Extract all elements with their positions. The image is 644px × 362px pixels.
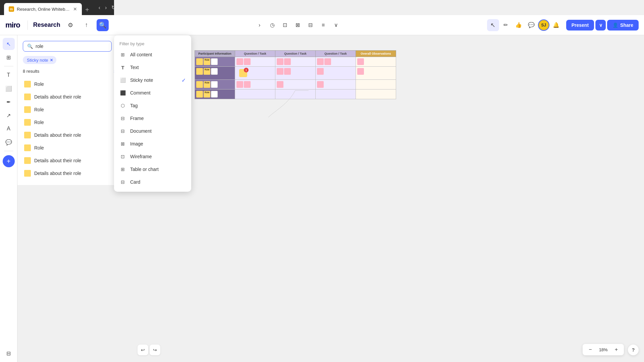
sticky-p2-3 — [211, 68, 218, 75]
sticky-q2-2 — [284, 58, 291, 65]
filter-option-table[interactable]: ⊞ Table or chart — [114, 163, 191, 176]
sidebar-separator-1 — [4, 66, 13, 66]
filter-option-text[interactable]: T Text — [114, 61, 191, 74]
settings-button[interactable]: ⚙ — [64, 19, 76, 31]
filter-option-tag[interactable]: ⬡ Tag — [114, 99, 191, 112]
text-filter-icon: T — [119, 64, 126, 71]
forward-button[interactable]: › — [104, 3, 108, 12]
tab-close-btn[interactable]: ✕ — [73, 6, 77, 12]
result-sticky-icon-1 — [24, 81, 31, 87]
remove-filter-button[interactable]: × — [50, 57, 53, 63]
filter-option-sticky[interactable]: ⬜ Sticky note ✓ — [114, 74, 191, 86]
filter-option-frame[interactable]: ⊟ Frame — [114, 112, 191, 125]
comment-filter-label: Comment — [130, 90, 151, 96]
frame-tool-button[interactable]: ⊡ — [279, 19, 291, 31]
search-magnifier-icon: 🔍 — [27, 44, 33, 49]
result-item-5[interactable]: Details about their role — [23, 129, 126, 141]
grid-tool-button[interactable]: ⊞ — [3, 51, 15, 63]
timer-button[interactable]: ◷ — [266, 19, 278, 31]
result-item-6[interactable]: Role — [23, 141, 126, 154]
sticky-filter-icon: ⬜ — [119, 77, 126, 83]
expand-toolbar-button[interactable]: › — [254, 19, 266, 31]
q2-cell-2 — [275, 67, 316, 80]
all-content-icon: ⊞ — [119, 51, 126, 58]
tab-favicon: m — [9, 6, 14, 12]
result-item-7[interactable]: Details about their role — [23, 154, 126, 167]
select-tool-button[interactable]: ↖ — [3, 38, 15, 50]
document-filter-icon: ⊟ — [119, 128, 126, 134]
filter-option-card[interactable]: ⊟ Card — [114, 176, 191, 188]
arrow-tool-button[interactable]: ↗ — [3, 109, 15, 121]
results-header: 8 results Select — [23, 69, 126, 74]
share-button[interactable]: 👤 Share — [607, 20, 639, 31]
zoom-in-button[interactable]: + — [613, 346, 620, 353]
filter-option-wireframe[interactable]: ⊡ Wireframe — [114, 150, 191, 163]
frame-filter-icon: ⊟ — [119, 115, 126, 122]
card-button[interactable]: ⊟ — [305, 19, 317, 31]
new-tab-button[interactable]: + — [83, 5, 92, 15]
left-panel-button[interactable]: ⊟ — [3, 347, 15, 359]
reaction-button[interactable]: 👍 — [513, 19, 525, 31]
filter-option-all[interactable]: ⊞ All content — [114, 48, 191, 61]
sticky-q1-2 — [244, 58, 251, 65]
pen-tool-button[interactable]: ✏ — [500, 19, 512, 31]
sticky-note-tool-button[interactable]: ⬜ — [3, 82, 15, 95]
help-button[interactable]: ? — [628, 345, 639, 355]
sticky-q1-row3-2 — [244, 81, 251, 88]
sticky-p2-1 — [196, 68, 203, 75]
result-label-7: Details about their role — [34, 158, 81, 163]
sticky-obs-row2 — [357, 68, 364, 75]
board-canvas[interactable]: Participant Information Question / Task … — [114, 0, 644, 362]
pen-draw-tool-button[interactable]: ✒ — [3, 96, 15, 108]
notification-button[interactable]: 🔔 — [550, 19, 562, 31]
result-item-3[interactable]: Role — [23, 103, 126, 116]
board-name[interactable]: Research — [33, 21, 60, 28]
present-dropdown-button[interactable]: ∨ — [595, 20, 606, 31]
text-tool-button[interactable]: T — [3, 69, 15, 81]
sticky-note-filter-chip[interactable]: Sticky note × — [23, 56, 56, 64]
search-button[interactable]: 🔍 — [97, 19, 109, 31]
filter-option-image[interactable]: ⊠ Image — [114, 137, 191, 150]
more-tools-button[interactable]: ∨ — [330, 19, 342, 31]
comment-panel-button[interactable]: 💬 — [3, 136, 15, 148]
user-avatar[interactable]: SJ — [538, 19, 549, 31]
table-filter-icon: ⊞ — [119, 166, 126, 173]
present-share-group: Present ∨ 👤 Share — [566, 20, 639, 31]
q1-cell-4 — [235, 89, 275, 99]
share-export-button[interactable]: ↑ — [80, 19, 93, 31]
filter-option-document[interactable]: ⊟ Document — [114, 125, 191, 137]
result-item-8[interactable]: Details about their role — [23, 167, 126, 180]
result-label-4: Role — [34, 120, 44, 125]
q1-cell-1 — [235, 57, 275, 67]
cursor-mode-button[interactable]: ↖ — [487, 19, 499, 31]
result-item-1[interactable]: Role — [23, 78, 126, 90]
selection-tool-button[interactable]: ⊠ — [292, 19, 304, 31]
search-input[interactable] — [36, 44, 107, 49]
undo-button[interactable]: ↩ — [138, 345, 148, 355]
present-button[interactable]: Present — [566, 20, 594, 31]
tab-title: Research, Online Whiteboard for... — [17, 7, 70, 12]
result-label-6: Role — [34, 145, 44, 150]
notes-button[interactable]: ≡ — [317, 19, 329, 31]
card-filter-label: Card — [130, 179, 140, 185]
zoom-out-button[interactable]: − — [587, 346, 594, 353]
add-content-button[interactable]: + — [3, 155, 15, 167]
participant-cell-1: Role — [195, 57, 235, 67]
filter-option-comment[interactable]: ⬛ Comment — [114, 86, 191, 99]
result-item-4[interactable]: Role — [23, 116, 126, 129]
back-button[interactable]: ‹ — [97, 3, 102, 12]
connector-node: 1 — [236, 68, 250, 78]
sticky-q3-row2-1 — [317, 68, 324, 75]
letter-tool-button[interactable]: A — [3, 123, 15, 135]
wireframe-filter-label: Wireframe — [130, 154, 152, 159]
result-item-2[interactable]: Details about their role — [23, 90, 126, 103]
card-filter-icon: ⊟ — [119, 179, 126, 185]
result-sticky-icon-4 — [24, 119, 31, 126]
left-sidebar: ↖ ⊞ T ⬜ ✒ ↗ A 💬 + ⊟ — [0, 35, 17, 362]
sidebar-separator-2 — [4, 151, 13, 151]
comment-button[interactable]: 💬 — [525, 19, 537, 31]
sticky-obs-1 — [357, 58, 364, 65]
active-tab[interactable]: m Research, Online Whiteboard for... ✕ — [4, 3, 82, 15]
zoom-controls: − 18% + — [583, 344, 624, 355]
redo-button[interactable]: ↪ — [150, 345, 160, 355]
